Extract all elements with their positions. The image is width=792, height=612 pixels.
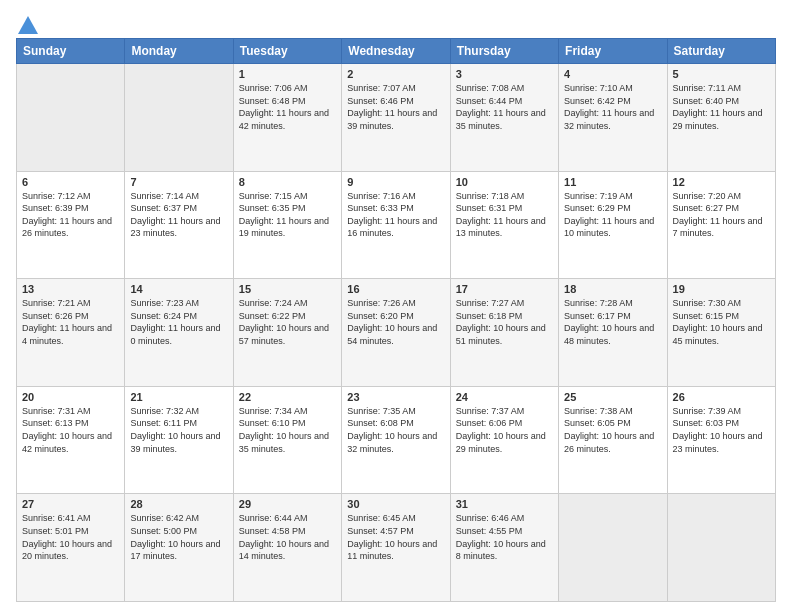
day-info: Sunrise: 7:21 AMSunset: 6:26 PMDaylight:… [22, 298, 112, 346]
day-number: 31 [456, 498, 553, 510]
logo [16, 16, 38, 30]
calendar-cell: 17 Sunrise: 7:27 AMSunset: 6:18 PMDaylig… [450, 279, 558, 387]
calendar-cell [17, 64, 125, 172]
day-info: Sunrise: 7:10 AMSunset: 6:42 PMDaylight:… [564, 83, 654, 131]
calendar-cell: 16 Sunrise: 7:26 AMSunset: 6:20 PMDaylig… [342, 279, 450, 387]
day-info: Sunrise: 7:31 AMSunset: 6:13 PMDaylight:… [22, 406, 112, 454]
calendar-week-4: 20 Sunrise: 7:31 AMSunset: 6:13 PMDaylig… [17, 386, 776, 494]
day-info: Sunrise: 7:06 AMSunset: 6:48 PMDaylight:… [239, 83, 329, 131]
day-info: Sunrise: 7:38 AMSunset: 6:05 PMDaylight:… [564, 406, 654, 454]
calendar-cell [667, 494, 775, 602]
day-info: Sunrise: 7:18 AMSunset: 6:31 PMDaylight:… [456, 191, 546, 239]
day-number: 13 [22, 283, 119, 295]
day-info: Sunrise: 7:15 AMSunset: 6:35 PMDaylight:… [239, 191, 329, 239]
day-info: Sunrise: 7:07 AMSunset: 6:46 PMDaylight:… [347, 83, 437, 131]
calendar-body: 1 Sunrise: 7:06 AMSunset: 6:48 PMDayligh… [17, 64, 776, 602]
day-number: 27 [22, 498, 119, 510]
day-number: 2 [347, 68, 444, 80]
calendar-cell: 22 Sunrise: 7:34 AMSunset: 6:10 PMDaylig… [233, 386, 341, 494]
calendar-cell [125, 64, 233, 172]
calendar-cell: 12 Sunrise: 7:20 AMSunset: 6:27 PMDaylig… [667, 171, 775, 279]
day-number: 11 [564, 176, 661, 188]
calendar-cell: 14 Sunrise: 7:23 AMSunset: 6:24 PMDaylig… [125, 279, 233, 387]
day-number: 15 [239, 283, 336, 295]
calendar-week-5: 27 Sunrise: 6:41 AMSunset: 5:01 PMDaylig… [17, 494, 776, 602]
day-info: Sunrise: 7:16 AMSunset: 6:33 PMDaylight:… [347, 191, 437, 239]
calendar-week-3: 13 Sunrise: 7:21 AMSunset: 6:26 PMDaylig… [17, 279, 776, 387]
day-number: 30 [347, 498, 444, 510]
day-number: 18 [564, 283, 661, 295]
weekday-tuesday: Tuesday [233, 39, 341, 64]
day-info: Sunrise: 7:34 AMSunset: 6:10 PMDaylight:… [239, 406, 329, 454]
day-info: Sunrise: 7:11 AMSunset: 6:40 PMDaylight:… [673, 83, 763, 131]
weekday-sunday: Sunday [17, 39, 125, 64]
calendar-cell: 5 Sunrise: 7:11 AMSunset: 6:40 PMDayligh… [667, 64, 775, 172]
day-number: 23 [347, 391, 444, 403]
day-number: 14 [130, 283, 227, 295]
header [16, 16, 776, 30]
day-info: Sunrise: 7:32 AMSunset: 6:11 PMDaylight:… [130, 406, 220, 454]
day-info: Sunrise: 6:46 AMSunset: 4:55 PMDaylight:… [456, 513, 546, 561]
calendar-week-1: 1 Sunrise: 7:06 AMSunset: 6:48 PMDayligh… [17, 64, 776, 172]
day-info: Sunrise: 7:19 AMSunset: 6:29 PMDaylight:… [564, 191, 654, 239]
day-info: Sunrise: 7:23 AMSunset: 6:24 PMDaylight:… [130, 298, 220, 346]
weekday-wednesday: Wednesday [342, 39, 450, 64]
calendar-cell: 27 Sunrise: 6:41 AMSunset: 5:01 PMDaylig… [17, 494, 125, 602]
weekday-monday: Monday [125, 39, 233, 64]
day-info: Sunrise: 7:35 AMSunset: 6:08 PMDaylight:… [347, 406, 437, 454]
calendar-cell: 7 Sunrise: 7:14 AMSunset: 6:37 PMDayligh… [125, 171, 233, 279]
day-info: Sunrise: 7:24 AMSunset: 6:22 PMDaylight:… [239, 298, 329, 346]
calendar-table: SundayMondayTuesdayWednesdayThursdayFrid… [16, 38, 776, 602]
calendar-cell: 1 Sunrise: 7:06 AMSunset: 6:48 PMDayligh… [233, 64, 341, 172]
calendar-cell: 20 Sunrise: 7:31 AMSunset: 6:13 PMDaylig… [17, 386, 125, 494]
calendar-cell: 10 Sunrise: 7:18 AMSunset: 6:31 PMDaylig… [450, 171, 558, 279]
calendar-cell: 3 Sunrise: 7:08 AMSunset: 6:44 PMDayligh… [450, 64, 558, 172]
calendar-cell: 28 Sunrise: 6:42 AMSunset: 5:00 PMDaylig… [125, 494, 233, 602]
calendar-cell [559, 494, 667, 602]
calendar-cell: 21 Sunrise: 7:32 AMSunset: 6:11 PMDaylig… [125, 386, 233, 494]
day-number: 21 [130, 391, 227, 403]
day-info: Sunrise: 6:45 AMSunset: 4:57 PMDaylight:… [347, 513, 437, 561]
weekday-thursday: Thursday [450, 39, 558, 64]
day-number: 6 [22, 176, 119, 188]
day-number: 10 [456, 176, 553, 188]
day-info: Sunrise: 7:39 AMSunset: 6:03 PMDaylight:… [673, 406, 763, 454]
calendar-cell: 2 Sunrise: 7:07 AMSunset: 6:46 PMDayligh… [342, 64, 450, 172]
calendar-cell: 15 Sunrise: 7:24 AMSunset: 6:22 PMDaylig… [233, 279, 341, 387]
day-number: 5 [673, 68, 770, 80]
day-info: Sunrise: 7:37 AMSunset: 6:06 PMDaylight:… [456, 406, 546, 454]
day-info: Sunrise: 6:41 AMSunset: 5:01 PMDaylight:… [22, 513, 112, 561]
day-number: 22 [239, 391, 336, 403]
day-number: 7 [130, 176, 227, 188]
calendar-cell: 30 Sunrise: 6:45 AMSunset: 4:57 PMDaylig… [342, 494, 450, 602]
calendar-cell: 13 Sunrise: 7:21 AMSunset: 6:26 PMDaylig… [17, 279, 125, 387]
day-number: 28 [130, 498, 227, 510]
day-number: 17 [456, 283, 553, 295]
logo-icon [18, 16, 38, 34]
day-number: 29 [239, 498, 336, 510]
day-info: Sunrise: 6:42 AMSunset: 5:00 PMDaylight:… [130, 513, 220, 561]
calendar-cell: 6 Sunrise: 7:12 AMSunset: 6:39 PMDayligh… [17, 171, 125, 279]
day-info: Sunrise: 7:12 AMSunset: 6:39 PMDaylight:… [22, 191, 112, 239]
calendar-cell: 4 Sunrise: 7:10 AMSunset: 6:42 PMDayligh… [559, 64, 667, 172]
day-info: Sunrise: 7:30 AMSunset: 6:15 PMDaylight:… [673, 298, 763, 346]
day-number: 12 [673, 176, 770, 188]
page: SundayMondayTuesdayWednesdayThursdayFrid… [0, 0, 792, 612]
day-number: 20 [22, 391, 119, 403]
day-info: Sunrise: 7:14 AMSunset: 6:37 PMDaylight:… [130, 191, 220, 239]
svg-marker-0 [18, 16, 38, 34]
calendar-cell: 9 Sunrise: 7:16 AMSunset: 6:33 PMDayligh… [342, 171, 450, 279]
day-number: 25 [564, 391, 661, 403]
calendar-cell: 11 Sunrise: 7:19 AMSunset: 6:29 PMDaylig… [559, 171, 667, 279]
logo-text [16, 16, 38, 34]
calendar-cell: 24 Sunrise: 7:37 AMSunset: 6:06 PMDaylig… [450, 386, 558, 494]
day-number: 8 [239, 176, 336, 188]
day-number: 16 [347, 283, 444, 295]
day-number: 4 [564, 68, 661, 80]
weekday-saturday: Saturday [667, 39, 775, 64]
day-info: Sunrise: 7:27 AMSunset: 6:18 PMDaylight:… [456, 298, 546, 346]
calendar-cell: 31 Sunrise: 6:46 AMSunset: 4:55 PMDaylig… [450, 494, 558, 602]
day-info: Sunrise: 7:26 AMSunset: 6:20 PMDaylight:… [347, 298, 437, 346]
calendar-cell: 26 Sunrise: 7:39 AMSunset: 6:03 PMDaylig… [667, 386, 775, 494]
calendar-cell: 18 Sunrise: 7:28 AMSunset: 6:17 PMDaylig… [559, 279, 667, 387]
